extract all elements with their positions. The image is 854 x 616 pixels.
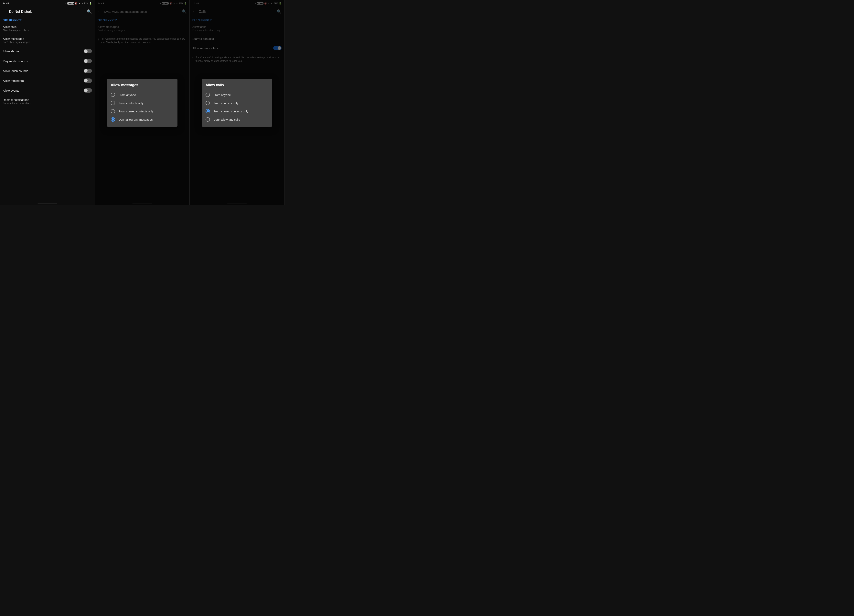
silent-icon: 🔇 [75,2,77,5]
volte-icon: VoLTE [67,2,74,5]
list-item-media-sounds[interactable]: Play media sounds [0,56,95,66]
radio-contacts-only-2[interactable] [111,101,115,105]
touch-sounds-toggle[interactable] [84,68,92,73]
dialog-option-dont-allow-calls-3[interactable]: Don't allow any calls [206,116,268,123]
dialog-option-text-dont-allow-2: Don't allow any messages [119,118,153,121]
touch-sounds-label: Allow touch sounds [3,69,28,73]
screen-do-not-disturb: 14:48 N VoLTE 🔇 ▼ ▲ 71% 🔋 ← Do Not Distu… [0,0,95,205]
nfc-icon: N [65,2,67,5]
allow-reminders-toggle[interactable] [84,79,92,83]
allow-calls-label: Allow calls [3,25,29,29]
radio-dont-allow-2[interactable] [111,117,115,122]
media-sounds-label: Play media sounds [3,59,28,63]
dialog-option-starred-3[interactable]: From starred contacts only [206,107,268,116]
list-item-allow-reminders[interactable]: Allow reminders [0,76,95,85]
status-icons-1: N VoLTE 🔇 ▼ ▲ 71% 🔋 [65,2,92,5]
dialog-option-dont-allow-2[interactable]: Don't allow any messages [111,116,174,123]
dialog-option-text-contacts-only-3: From contacts only [214,102,238,105]
dialog-option-text-from-anyone-3: From anyone [214,93,231,96]
allow-events-label: Allow events [3,89,19,92]
radio-contacts-only-3[interactable] [206,101,210,105]
list-item-allow-messages[interactable]: Allow messages Don't allow any messages [0,34,95,46]
battery-icon: 🔋 [89,2,92,5]
list-item-restrict-notifications[interactable]: Restrict notifications No sound from not… [0,95,95,107]
radio-starred-2[interactable] [111,109,115,113]
signal-icon: ▲ [81,2,83,5]
restrict-notifications-label: Restrict notifications [3,98,31,102]
dialog-option-from-anyone-2[interactable]: From anyone [111,91,174,99]
screen-sms-mms: 14:48 N VoLTE 🔇 ▼ ▲ 71% 🔋 ← SMS, MMS and… [95,0,190,205]
dialog-option-text-dont-allow-calls-3: Don't allow any calls [214,118,240,121]
dialog-option-text-from-anyone-2: From anyone [119,93,136,96]
dialog-option-contacts-only-2[interactable]: From contacts only [111,99,174,107]
radio-from-anyone-3[interactable] [206,93,210,97]
status-bar-1: 14:48 N VoLTE 🔇 ▼ ▲ 71% 🔋 [0,0,95,6]
section-label-1: FOR 'COMMUTE' [0,17,95,22]
allow-messages-sub: Don't allow any messages [3,41,30,44]
list-item-allow-alarms[interactable]: Allow alarms [0,46,95,56]
dialog-overlay-3: Allow calls From anyone From contacts on… [190,0,284,205]
allow-alarms-toggle[interactable] [84,49,92,53]
screen-calls: 14:48 N VoLTE 🔇 ▼ ▲ 71% 🔋 ← Calls 🔍 FOR … [190,0,284,205]
search-button-1[interactable]: 🔍 [87,9,92,14]
media-sounds-toggle[interactable] [84,59,92,63]
dialog-option-contacts-only-3[interactable]: From contacts only [206,99,268,107]
back-button-1[interactable]: ← [3,9,7,14]
dialog-title-3: Allow calls [206,83,268,87]
dialog-overlay-2: Allow messages From anyone From contacts… [95,0,189,205]
allow-events-toggle[interactable] [84,88,92,93]
header-1: ← Do Not Disturb 🔍 [0,6,95,17]
list-item-allow-events[interactable]: Allow events [0,85,95,95]
radio-dont-allow-calls-3[interactable] [206,117,210,122]
battery-text: 71% [84,2,88,5]
allow-alarms-label: Allow alarms [3,50,20,53]
radio-starred-3[interactable] [206,109,210,113]
restrict-notifications-sub: No sound from notifications [3,102,31,105]
allow-reminders-label: Allow reminders [3,79,24,82]
dialog-allow-messages: Allow messages From anyone From contacts… [107,79,177,127]
dialog-allow-calls: Allow calls From anyone From contacts on… [201,79,272,127]
dialog-option-text-contacts-only-2: From contacts only [119,102,143,105]
list-item-allow-calls[interactable]: Allow calls Allow from repeat callers [0,22,95,34]
dialog-title-2: Allow messages [111,83,174,87]
radio-from-anyone-2[interactable] [111,93,115,97]
allow-messages-label: Allow messages [3,37,30,40]
page-title-1: Do Not Disturb [9,10,85,14]
list-item-touch-sounds[interactable]: Allow touch sounds [0,66,95,76]
wifi-icon: ▼ [78,2,80,5]
allow-calls-sub: Allow from repeat callers [3,29,29,32]
dialog-option-text-starred-2: From starred contacts only [119,110,154,113]
status-time-1: 14:48 [3,2,9,5]
dialog-option-starred-2[interactable]: From starred contacts only [111,107,174,116]
dialog-option-from-anyone-3[interactable]: From anyone [206,91,268,99]
bottom-indicator-1 [38,203,57,204]
dialog-option-text-starred-3: From starred contacts only [214,110,249,113]
